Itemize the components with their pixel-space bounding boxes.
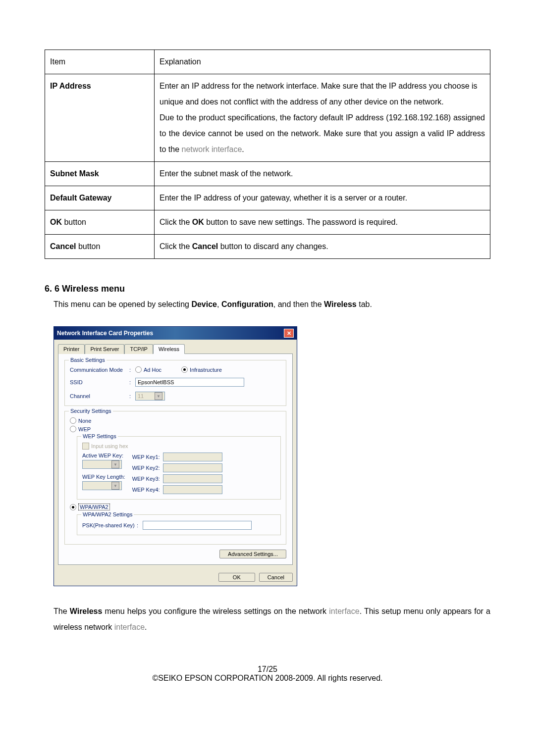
wep-settings-group: WEP Settings Input using hex Active WEP …: [77, 436, 281, 500]
row-explanation-ip: Enter an IP address for the network inte…: [155, 74, 490, 162]
table-row: OK button Click the OK button to save ne…: [45, 210, 490, 235]
wep-key1-label: WEP Key1:: [132, 454, 160, 460]
wep-key3-label: WEP Key3:: [132, 476, 160, 482]
active-wep-label: Active WEP Key:: [82, 453, 125, 458]
wep-length-label: WEP Key Length:: [82, 474, 125, 480]
radio-icon: [70, 504, 76, 510]
cancel-button[interactable]: Cancel: [259, 573, 293, 582]
row-explanation-cancel: Click the Cancel button to discard any c…: [155, 235, 490, 259]
section-intro: This menu can be opened by selecting Dev…: [54, 300, 490, 309]
wep-key3-input: [163, 474, 222, 483]
row-item-ip: IP Address: [50, 82, 91, 90]
table-header-item: Item: [45, 50, 155, 74]
radio-icon: [70, 417, 76, 424]
close-button[interactable]: ✕: [284, 329, 294, 338]
tab-printer[interactable]: Printer: [58, 344, 85, 354]
checkbox-icon: [82, 443, 89, 450]
wep-length-select: ▼: [82, 481, 122, 490]
active-wep-select: ▼: [82, 460, 122, 469]
comm-mode-label: Communication Mode: [70, 367, 129, 373]
row-explanation-subnet: Enter the subnet mask of the network.: [155, 162, 490, 186]
radio-adhoc[interactable]: Ad Hoc: [135, 366, 161, 373]
chevron-down-icon: ▼: [111, 460, 119, 468]
radio-wpa[interactable]: WPA/WPA2: [70, 504, 281, 510]
radio-wep[interactable]: WEP: [70, 426, 281, 432]
channel-label: Channel: [70, 393, 129, 399]
wep-key2-input: [163, 463, 222, 472]
tab-wireless[interactable]: Wireless: [153, 344, 185, 354]
close-icon: ✕: [287, 330, 291, 337]
table-row: IP Address Enter an IP address for the n…: [45, 74, 490, 162]
wpa-settings-group: WPA/WPA2 Settings PSK(Pre-shared Key) :: [77, 514, 281, 535]
basic-settings-legend: Basic Settings: [69, 357, 107, 363]
channel-select: 11 ▼: [135, 392, 165, 401]
wireless-description: The Wireless menu helps you configure th…: [54, 604, 490, 635]
row-item-gateway: Default Gateway: [50, 194, 111, 202]
radio-infrastructure[interactable]: Infrastructure: [181, 366, 222, 373]
radio-icon: [181, 366, 188, 373]
security-settings-legend: Security Settings: [69, 408, 113, 414]
wep-key4-input: [163, 485, 222, 494]
dialog-title: Network Interface Card Properties: [57, 330, 153, 337]
radio-none[interactable]: None: [70, 417, 281, 424]
wep-key1-input: [163, 453, 222, 461]
input-hex-checkbox: Input using hex: [82, 443, 275, 450]
page-number: 17/25: [45, 665, 490, 674]
table-row: Subnet Mask Enter the subnet mask of the…: [45, 162, 490, 186]
row-item-ok: OK button: [45, 210, 155, 235]
advanced-settings-button[interactable]: Advanced Settings...: [219, 550, 286, 558]
table-row: Cancel button Click the Cancel button to…: [45, 235, 490, 259]
ok-button[interactable]: OK: [218, 573, 255, 582]
properties-dialog: Network Interface Card Properties ✕ Prin…: [54, 326, 297, 586]
table-row: Default Gateway Enter the IP address of …: [45, 186, 490, 210]
copyright: ©SEIKO EPSON CORPORATION 2008-2009. All …: [45, 674, 490, 683]
row-item-cancel: Cancel button: [45, 235, 155, 259]
wep-key4-label: WEP Key4:: [132, 487, 160, 493]
row-item-subnet: Subnet Mask: [50, 169, 99, 178]
table-header-explanation: Explanation: [155, 50, 490, 74]
section-heading: 6. 6 Wireless menu: [45, 284, 490, 294]
settings-table: Item Explanation IP Address Enter an IP …: [45, 50, 490, 259]
chevron-down-icon: ▼: [111, 482, 119, 490]
psk-input[interactable]: [143, 521, 252, 530]
basic-settings-group: Basic Settings Communication Mode : Ad H…: [64, 360, 286, 406]
tab-print-server[interactable]: Print Server: [85, 344, 124, 354]
radio-icon: [135, 366, 142, 373]
ssid-label: SSID: [70, 379, 129, 385]
chevron-down-icon: ▼: [155, 392, 162, 400]
security-settings-group: Security Settings None WEP WEP Settings: [64, 411, 286, 545]
row-explanation-ok: Click the OK button to save new settings…: [155, 210, 490, 235]
wep-settings-legend: WEP Settings: [81, 433, 118, 439]
wpa-settings-legend: WPA/WPA2 Settings: [81, 511, 134, 517]
tab-tcpip[interactable]: TCP/IP: [124, 344, 153, 354]
row-explanation-gateway: Enter the IP address of your gateway, wh…: [155, 186, 490, 210]
radio-icon: [70, 426, 76, 432]
psk-label: PSK(Pre-shared Key): [82, 522, 137, 528]
wep-key2-label: WEP Key2:: [132, 465, 160, 471]
ssid-input[interactable]: [135, 378, 244, 387]
